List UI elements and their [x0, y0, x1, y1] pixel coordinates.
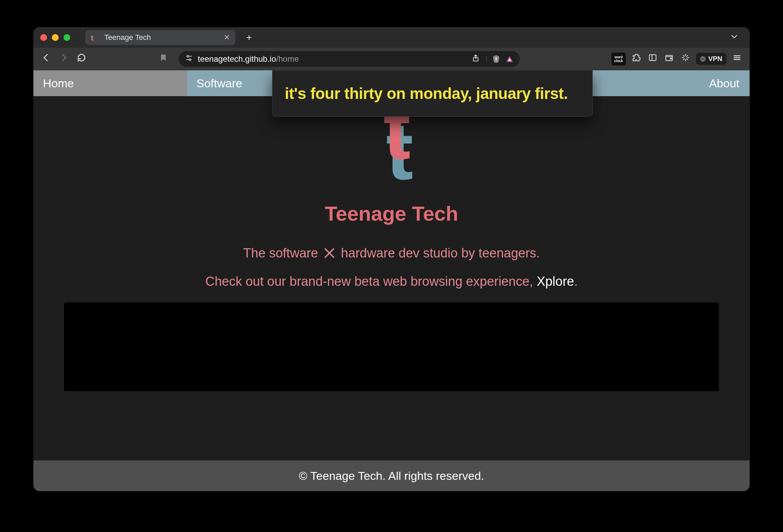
vpn-label: VPN: [708, 55, 722, 63]
nav-home[interactable]: Home: [33, 70, 187, 96]
app-menu-button[interactable]: [731, 53, 743, 64]
sparkle-icon[interactable]: [680, 53, 691, 64]
browser-tab[interactable]: tt Teenage Tech ✕: [85, 30, 235, 45]
site-title: Teenage Tech: [33, 202, 750, 225]
new-tab-button[interactable]: +: [246, 32, 252, 43]
toolbar-right: word clock VPN: [611, 53, 743, 65]
separator: |: [486, 56, 487, 62]
svg-point-3: [189, 59, 191, 60]
window-controls: [40, 34, 70, 41]
site-tagline: The software hardware dev studio by teen…: [33, 246, 750, 261]
address-bar[interactable]: teenagetech.github.io/home |: [179, 51, 520, 67]
svg-point-2: [187, 55, 189, 57]
word-clock-popover: it's four thirty on monday, january firs…: [272, 70, 593, 117]
share-icon[interactable]: [471, 54, 481, 64]
tab-favicon-icon: tt: [91, 33, 100, 42]
vpn-status-icon: [700, 56, 706, 62]
svg-rect-8: [649, 55, 656, 60]
url-host: teenagetech.github.io: [198, 54, 276, 63]
page-main: tt Teenage Tech The software hardware de…: [33, 96, 750, 391]
tab-close-button[interactable]: ✕: [224, 33, 230, 42]
site-footer: © Teenage Tech. All rights reserved.: [33, 460, 750, 491]
tab-title: Teenage Tech: [104, 33, 219, 42]
extensions-icon[interactable]: [631, 53, 642, 64]
titlebar: tt Teenage Tech ✕ +: [33, 27, 750, 48]
forward-button[interactable]: [58, 53, 70, 65]
site-logo: tt: [33, 117, 750, 185]
xplore-link[interactable]: Xplore: [537, 274, 574, 289]
window-minimize-button[interactable]: [52, 34, 59, 41]
brave-rewards-icon[interactable]: [505, 55, 514, 63]
url-text: teenagetech.github.io/home: [198, 54, 466, 64]
reload-button[interactable]: [76, 53, 87, 64]
vpn-button[interactable]: VPN: [696, 53, 726, 65]
back-button[interactable]: [40, 53, 52, 65]
brave-shields-icon[interactable]: [492, 55, 501, 63]
bookmark-icon[interactable]: [158, 53, 168, 64]
cross-icon: [324, 247, 335, 259]
nav-about[interactable]: About: [699, 70, 750, 96]
browser-window: tt Teenage Tech ✕ + teenagetech.git: [33, 27, 750, 491]
site-cta: Check out our brand-new beta web browsin…: [33, 274, 750, 289]
sidebar-icon[interactable]: [647, 53, 659, 64]
svg-point-11: [670, 58, 671, 59]
window-close-button[interactable]: [40, 34, 47, 41]
browser-toolbar: teenagetech.github.io/home | word clock: [33, 48, 750, 70]
site-settings-icon[interactable]: [185, 54, 193, 64]
page-viewport: Home Software About tt Teenage Tech The …: [33, 70, 750, 491]
wallet-icon[interactable]: [663, 53, 675, 64]
window-maximize-button[interactable]: [63, 34, 70, 41]
tabs-overflow-button[interactable]: [729, 32, 739, 43]
embedded-content[interactable]: [64, 302, 719, 391]
word-clock-text: it's four thirty on monday, january firs…: [285, 84, 580, 103]
word-clock-extension-icon[interactable]: word clock: [611, 53, 626, 65]
url-path: /home: [276, 54, 299, 63]
